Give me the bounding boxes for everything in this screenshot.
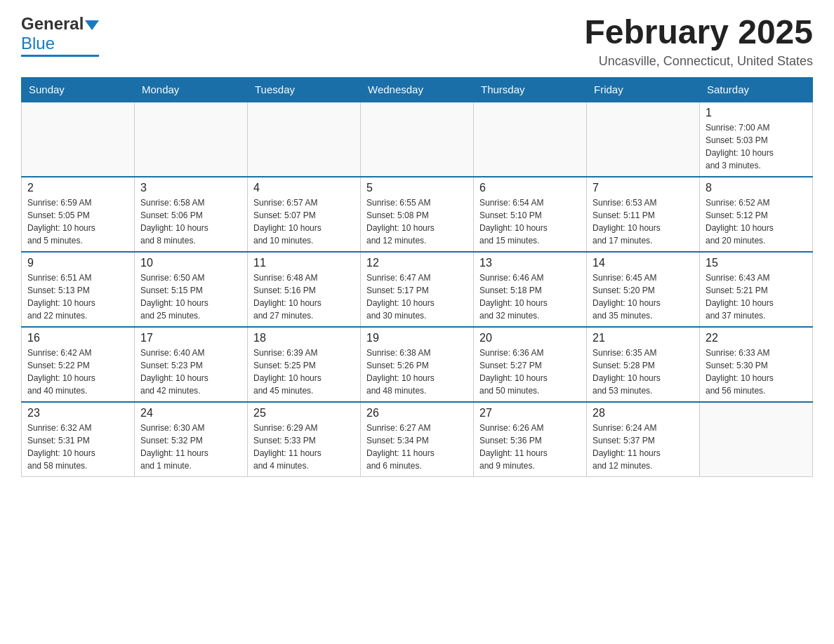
day-number: 21 [593,332,694,344]
calendar-day-header: Sunday [22,77,135,102]
day-info: Sunrise: 6:53 AM Sunset: 5:11 PM Dayligh… [593,196,694,247]
day-number: 5 [366,182,468,194]
calendar-cell: 13Sunrise: 6:46 AM Sunset: 5:18 PM Dayli… [474,252,587,327]
day-number: 6 [479,182,581,194]
day-info: Sunrise: 6:42 AM Sunset: 5:22 PM Dayligh… [27,347,128,397]
day-info: Sunrise: 6:30 AM Sunset: 5:32 PM Dayligh… [140,422,241,472]
day-info: Sunrise: 7:00 AM Sunset: 5:03 PM Dayligh… [706,121,807,172]
day-info: Sunrise: 6:35 AM Sunset: 5:28 PM Dayligh… [593,347,694,397]
calendar-cell [474,102,587,177]
calendar-header-row: SundayMondayTuesdayWednesdayThursdayFrid… [22,77,813,102]
calendar-cell: 11Sunrise: 6:48 AM Sunset: 5:16 PM Dayli… [248,252,361,327]
day-number: 26 [366,407,468,420]
day-info: Sunrise: 6:50 AM Sunset: 5:15 PM Dayligh… [140,271,241,322]
calendar-cell: 3Sunrise: 6:58 AM Sunset: 5:06 PM Daylig… [135,177,248,252]
calendar-cell: 24Sunrise: 6:30 AM Sunset: 5:32 PM Dayli… [135,402,248,477]
title-block: February 2025 Uncasville, Connecticut, U… [584,14,813,69]
calendar-cell: 1Sunrise: 7:00 AM Sunset: 5:03 PM Daylig… [700,102,813,177]
day-info: Sunrise: 6:33 AM Sunset: 5:30 PM Dayligh… [706,347,807,397]
day-number: 17 [140,332,241,344]
day-number: 7 [593,182,694,194]
calendar-cell: 21Sunrise: 6:35 AM Sunset: 5:28 PM Dayli… [587,327,700,402]
day-info: Sunrise: 6:39 AM Sunset: 5:25 PM Dayligh… [253,347,355,397]
day-number: 14 [593,257,694,269]
calendar-cell: 7Sunrise: 6:53 AM Sunset: 5:11 PM Daylig… [587,177,700,252]
calendar-cell: 9Sunrise: 6:51 AM Sunset: 5:13 PM Daylig… [22,252,135,327]
calendar-cell: 20Sunrise: 6:36 AM Sunset: 5:27 PM Dayli… [474,327,587,402]
calendar-cell: 23Sunrise: 6:32 AM Sunset: 5:31 PM Dayli… [22,402,135,477]
calendar-cell: 22Sunrise: 6:33 AM Sunset: 5:30 PM Dayli… [700,327,813,402]
day-info: Sunrise: 6:43 AM Sunset: 5:21 PM Dayligh… [706,271,807,322]
logo-blue-text: Blue [21,34,55,53]
calendar-week-row: 9Sunrise: 6:51 AM Sunset: 5:13 PM Daylig… [22,252,813,327]
day-info: Sunrise: 6:59 AM Sunset: 5:05 PM Dayligh… [27,196,128,247]
calendar-cell [248,102,361,177]
calendar-cell [135,102,248,177]
logo: General Blue [21,14,99,57]
calendar-day-header: Monday [135,77,248,102]
day-number: 22 [706,332,807,344]
day-info: Sunrise: 6:55 AM Sunset: 5:08 PM Dayligh… [366,196,468,247]
calendar-cell [22,102,135,177]
day-info: Sunrise: 6:26 AM Sunset: 5:36 PM Dayligh… [479,422,581,472]
calendar-cell [700,402,813,477]
day-info: Sunrise: 6:46 AM Sunset: 5:18 PM Dayligh… [479,271,581,322]
day-number: 9 [27,257,128,269]
day-info: Sunrise: 6:51 AM Sunset: 5:13 PM Dayligh… [27,271,128,322]
day-number: 4 [253,182,355,194]
calendar-cell: 14Sunrise: 6:45 AM Sunset: 5:20 PM Dayli… [587,252,700,327]
day-info: Sunrise: 6:48 AM Sunset: 5:16 PM Dayligh… [253,271,355,322]
calendar-cell: 6Sunrise: 6:54 AM Sunset: 5:10 PM Daylig… [474,177,587,252]
day-info: Sunrise: 6:52 AM Sunset: 5:12 PM Dayligh… [706,196,807,247]
calendar-cell: 19Sunrise: 6:38 AM Sunset: 5:26 PM Dayli… [361,327,474,402]
day-info: Sunrise: 6:45 AM Sunset: 5:20 PM Dayligh… [593,271,694,322]
calendar-cell: 2Sunrise: 6:59 AM Sunset: 5:05 PM Daylig… [22,177,135,252]
calendar-cell: 16Sunrise: 6:42 AM Sunset: 5:22 PM Dayli… [22,327,135,402]
calendar-cell: 18Sunrise: 6:39 AM Sunset: 5:25 PM Dayli… [248,327,361,402]
day-number: 2 [27,182,128,194]
calendar-cell: 17Sunrise: 6:40 AM Sunset: 5:23 PM Dayli… [135,327,248,402]
logo-arrow-icon [85,20,99,30]
day-number: 16 [27,332,128,344]
calendar-cell: 27Sunrise: 6:26 AM Sunset: 5:36 PM Dayli… [474,402,587,477]
day-info: Sunrise: 6:47 AM Sunset: 5:17 PM Dayligh… [366,271,468,322]
calendar-cell: 8Sunrise: 6:52 AM Sunset: 5:12 PM Daylig… [700,177,813,252]
day-number: 18 [253,332,355,344]
calendar-day-header: Thursday [474,77,587,102]
day-number: 27 [479,407,581,420]
calendar-cell [361,102,474,177]
calendar-cell [587,102,700,177]
calendar-week-row: 2Sunrise: 6:59 AM Sunset: 5:05 PM Daylig… [22,177,813,252]
day-number: 13 [479,257,581,269]
day-number: 15 [706,257,807,269]
day-number: 20 [479,332,581,344]
calendar-cell: 10Sunrise: 6:50 AM Sunset: 5:15 PM Dayli… [135,252,248,327]
calendar-cell: 4Sunrise: 6:57 AM Sunset: 5:07 PM Daylig… [248,177,361,252]
day-number: 28 [593,407,694,420]
day-number: 19 [366,332,468,344]
day-info: Sunrise: 6:24 AM Sunset: 5:37 PM Dayligh… [593,422,694,472]
day-info: Sunrise: 6:38 AM Sunset: 5:26 PM Dayligh… [366,347,468,397]
calendar-cell: 28Sunrise: 6:24 AM Sunset: 5:37 PM Dayli… [587,402,700,477]
logo-underline [21,55,99,57]
calendar-table: SundayMondayTuesdayWednesdayThursdayFrid… [21,77,813,477]
calendar-cell: 12Sunrise: 6:47 AM Sunset: 5:17 PM Dayli… [361,252,474,327]
day-info: Sunrise: 6:29 AM Sunset: 5:33 PM Dayligh… [253,422,355,472]
day-number: 12 [366,257,468,269]
day-info: Sunrise: 6:27 AM Sunset: 5:34 PM Dayligh… [366,422,468,472]
day-number: 3 [140,182,241,194]
day-number: 8 [706,182,807,194]
day-info: Sunrise: 6:57 AM Sunset: 5:07 PM Dayligh… [253,196,355,247]
calendar-week-row: 1Sunrise: 7:00 AM Sunset: 5:03 PM Daylig… [22,102,813,177]
calendar-week-row: 16Sunrise: 6:42 AM Sunset: 5:22 PM Dayli… [22,327,813,402]
page-header: General Blue February 2025 Uncasville, C… [21,14,813,69]
day-number: 24 [140,407,241,420]
day-number: 1 [706,107,807,119]
day-info: Sunrise: 6:54 AM Sunset: 5:10 PM Dayligh… [479,196,581,247]
day-info: Sunrise: 6:36 AM Sunset: 5:27 PM Dayligh… [479,347,581,397]
calendar-day-header: Saturday [700,77,813,102]
day-info: Sunrise: 6:32 AM Sunset: 5:31 PM Dayligh… [27,422,128,472]
logo-general-text: General [21,14,84,34]
day-number: 25 [253,407,355,420]
day-info: Sunrise: 6:40 AM Sunset: 5:23 PM Dayligh… [140,347,241,397]
